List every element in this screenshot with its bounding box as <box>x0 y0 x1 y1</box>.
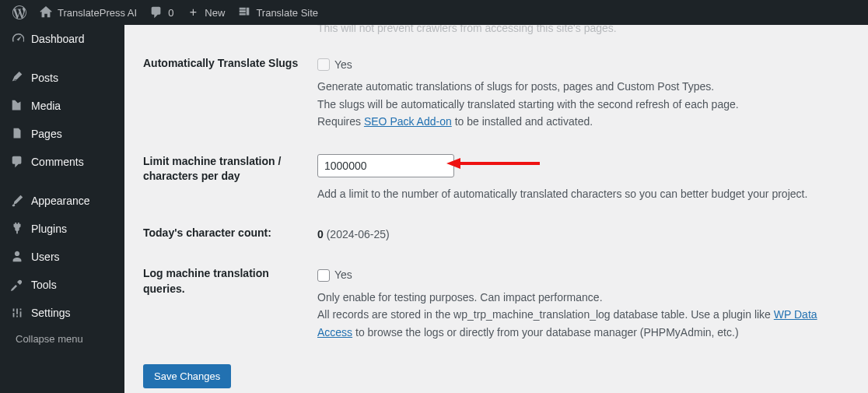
count-label: Today's character count: <box>143 226 317 243</box>
site-home[interactable]: TranslatePress AI <box>33 0 143 25</box>
sidebar-item-media[interactable]: Media <box>0 92 124 120</box>
sidebar-item-label: Comments <box>31 156 84 168</box>
plus-icon: + <box>186 5 200 19</box>
sidebar-item-posts[interactable]: Posts <box>0 64 124 92</box>
sidebar-item-tools[interactable]: Tools <box>0 271 124 299</box>
log-checkbox-label: Yes <box>334 266 352 283</box>
home-icon <box>39 5 53 19</box>
comment-icon <box>9 154 25 170</box>
slugs-checkbox[interactable] <box>317 58 330 71</box>
limit-input[interactable] <box>317 154 454 177</box>
count-date: (2024-06-25) <box>327 228 390 240</box>
dashboard-icon <box>9 31 25 47</box>
sidebar-item-users[interactable]: Users <box>0 243 124 271</box>
collapse-menu[interactable]: Collapse menu <box>0 327 124 351</box>
slugs-desc-1: Generate automatic translations of slugs… <box>317 78 852 95</box>
sliders-icon <box>9 305 25 321</box>
admin-sidebar: Dashboard Posts Media Pages Comments App… <box>0 25 124 393</box>
log-label: Log machine translation queries. <box>143 266 317 341</box>
collapse-label: Collapse menu <box>16 333 83 345</box>
sidebar-item-appearance[interactable]: Appearance <box>0 187 124 215</box>
sidebar-item-label: Dashboard <box>31 33 85 45</box>
cutoff-text: This will not prevent crawlers from acce… <box>317 25 852 34</box>
log-desc-1: Only enable for testing purposes. Can im… <box>317 289 852 306</box>
user-icon <box>9 249 25 265</box>
slugs-label: Automatically Translate Slugs <box>143 56 317 131</box>
brush-icon <box>9 193 25 209</box>
translate-site[interactable]: Translate Site <box>231 0 324 25</box>
sidebar-item-settings[interactable]: Settings <box>0 299 124 327</box>
comment-icon <box>149 5 163 19</box>
sidebar-item-label: Posts <box>31 72 58 84</box>
new-content[interactable]: + New <box>180 0 231 25</box>
row-count: Today's character count: 0 (2024-06-25) <box>143 218 852 243</box>
slugs-desc-2: The slugs will be automatically translat… <box>317 96 852 113</box>
log-desc-2: All records are stored in the wp_trp_mac… <box>317 306 852 341</box>
row-limit: Limit machine translation / characters p… <box>143 146 852 202</box>
sidebar-item-label: Appearance <box>31 195 90 207</box>
admin-bar: TranslatePress AI 0 + New Translate Site <box>0 0 868 25</box>
sidebar-item-label: Users <box>31 251 60 263</box>
site-name: TranslatePress AI <box>58 7 137 19</box>
sidebar-item-comments[interactable]: Comments <box>0 148 124 176</box>
comments-bubble[interactable]: 0 <box>143 0 180 25</box>
log-checkbox[interactable] <box>317 269 330 282</box>
sidebar-item-label: Settings <box>31 307 71 319</box>
pages-icon <box>9 126 25 142</box>
sidebar-item-label: Pages <box>31 128 62 140</box>
limit-label: Limit machine translation / characters p… <box>143 154 317 202</box>
pin-icon <box>9 70 25 86</box>
sidebar-item-pages[interactable]: Pages <box>0 120 124 148</box>
media-icon <box>9 98 25 114</box>
save-button[interactable]: Save Changes <box>143 364 231 388</box>
translate-label: Translate Site <box>256 7 318 19</box>
wp-logo[interactable] <box>6 0 33 25</box>
slugs-checkbox-label: Yes <box>334 56 352 73</box>
slugs-desc-requires: Requires SEO Pack Add-on to be installed… <box>317 113 852 130</box>
sidebar-item-plugins[interactable]: Plugins <box>0 215 124 243</box>
sidebar-item-label: Plugins <box>31 223 67 235</box>
translate-icon <box>237 5 251 19</box>
main-content: This will not prevent crawlers from acce… <box>124 25 868 393</box>
row-log: Log machine translation queries. Yes Onl… <box>143 258 852 341</box>
limit-desc: Add a limit to the number of automatical… <box>317 185 852 202</box>
sidebar-item-label: Tools <box>31 279 57 291</box>
new-label: New <box>205 7 225 19</box>
sidebar-item-label: Media <box>31 100 61 112</box>
wrench-icon <box>9 277 25 293</box>
count-value: 0 <box>317 228 324 240</box>
seo-pack-link[interactable]: SEO Pack Add-on <box>364 115 452 128</box>
plug-icon <box>9 221 25 237</box>
sidebar-item-dashboard[interactable]: Dashboard <box>0 25 124 53</box>
wordpress-icon <box>12 5 26 19</box>
comment-count: 0 <box>168 7 173 19</box>
row-translate-slugs: Automatically Translate Slugs Yes Genera… <box>143 48 852 131</box>
